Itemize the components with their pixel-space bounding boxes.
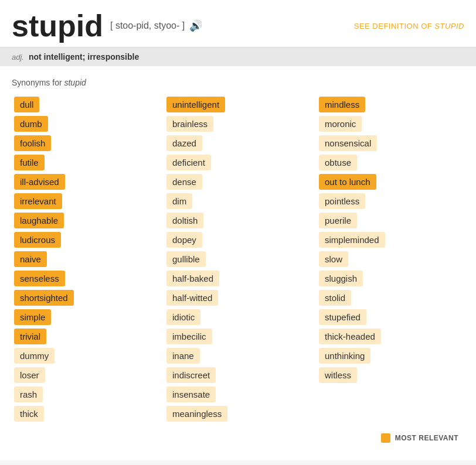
synonym-tag[interactable]: half-baked <box>166 271 219 286</box>
synonym-tag[interactable]: thick <box>14 406 44 422</box>
synonym-tag[interactable]: indiscreet <box>166 367 216 383</box>
synonym-tag[interactable]: nonsensical <box>319 135 377 151</box>
synonym-tag[interactable]: ill-advised <box>14 174 65 190</box>
synonym-tag[interactable]: rash <box>14 387 43 402</box>
synonym-tag[interactable]: stolid <box>319 290 351 306</box>
synonym-tag[interactable]: insensate <box>166 387 216 402</box>
synonym-tag[interactable]: naive <box>14 251 47 267</box>
synonym-tag[interactable]: dense <box>166 174 202 190</box>
synonym-tag[interactable]: ludicrous <box>14 232 61 248</box>
synonyms-grid: dulldumbfoolishfutileill-advisedirreleva… <box>12 97 464 422</box>
synonym-tag[interactable]: moronic <box>319 116 362 132</box>
synonym-tag[interactable]: futile <box>14 155 45 170</box>
synonym-tag[interactable]: brainless <box>166 116 213 132</box>
synonym-tag[interactable]: gullible <box>166 251 206 267</box>
synonyms-word: stupid <box>64 78 86 87</box>
pos-bar: adj. not intelligent; irresponsible <box>0 47 476 66</box>
synonym-tag[interactable]: irrelevant <box>14 193 62 209</box>
synonym-tag[interactable]: witless <box>319 367 357 383</box>
synonym-tag[interactable]: half-witted <box>166 290 218 306</box>
synonym-tag[interactable]: simple <box>14 309 51 325</box>
synonym-tag[interactable]: deficient <box>166 155 211 170</box>
synonym-tag[interactable]: thick-headed <box>319 329 381 344</box>
synonym-tag[interactable]: puerile <box>319 213 357 228</box>
synonym-tag[interactable]: idiotic <box>166 309 200 325</box>
synonym-tag[interactable]: sluggish <box>319 271 363 286</box>
synonym-tag[interactable]: dumb <box>14 116 48 132</box>
synonym-tag[interactable]: dazed <box>166 135 202 151</box>
synonym-tag[interactable]: loser <box>14 367 45 383</box>
pronunciation-area: [ stoo-pid, styoo- ] 🔊 <box>110 19 202 32</box>
legend-label: MOST RELEVANT <box>395 434 458 442</box>
synonym-tag[interactable]: dummy <box>14 348 55 364</box>
synonym-tag[interactable]: meaningless <box>166 406 227 422</box>
part-of-speech: adj. <box>12 53 24 61</box>
page-header: stupid [ stoo-pid, styoo- ] 🔊 SEE DEFINI… <box>0 0 476 47</box>
synonym-tag[interactable]: mindless <box>319 97 365 112</box>
synonym-tag[interactable]: shortsighted <box>14 290 74 306</box>
pronunciation-text: [ stoo-pid, styoo- ] <box>110 20 185 31</box>
see-definition-word: stupid <box>434 22 464 30</box>
synonym-tag[interactable]: doltish <box>166 213 203 228</box>
synonym-tag[interactable]: dull <box>14 97 39 112</box>
see-definition-label: SEE DEFINITION OF <box>354 22 432 30</box>
synonym-tag[interactable]: inane <box>166 348 200 364</box>
synonym-tag[interactable]: slow <box>319 251 348 267</box>
main-word: stupid <box>12 11 103 41</box>
synonym-tag[interactable]: unintelligent <box>166 97 225 112</box>
synonym-tag[interactable]: stupefied <box>319 309 366 325</box>
synonym-col-0: dulldumbfoolishfutileill-advisedirreleva… <box>12 97 164 422</box>
synonym-tag[interactable]: unthinking <box>319 348 370 364</box>
synonym-col-2: mindlessmoronicnonsensicalobtuseout to l… <box>317 97 469 383</box>
main-content: Synonyms for stupid dulldumbfoolishfutil… <box>0 66 476 460</box>
synonym-tag[interactable]: dopey <box>166 232 202 248</box>
synonym-tag[interactable]: obtuse <box>319 155 357 170</box>
synonym-tag[interactable]: imbecilic <box>166 329 212 344</box>
legend-color-box <box>381 433 390 443</box>
synonym-col-1: unintelligentbrainlessdazeddeficientdens… <box>164 97 317 422</box>
synonym-tag[interactable]: laughable <box>14 213 64 228</box>
synonym-tag[interactable]: dim <box>166 193 192 209</box>
synonyms-label: Synonyms for stupid <box>12 78 464 87</box>
synonym-tag[interactable]: pointless <box>319 193 365 209</box>
synonym-tag[interactable]: foolish <box>14 135 51 151</box>
synonym-tag[interactable]: out to lunch <box>319 174 376 190</box>
pos-definition: not intelligent; irresponsible <box>29 52 139 61</box>
synonym-tag[interactable]: simpleminded <box>319 232 385 248</box>
see-definition-link[interactable]: SEE DEFINITION OF stupid <box>354 22 464 30</box>
synonym-tag[interactable]: senseless <box>14 271 65 286</box>
legend: MOST RELEVANT <box>12 433 464 443</box>
sound-icon[interactable]: 🔊 <box>189 19 202 32</box>
title-area: stupid [ stoo-pid, styoo- ] 🔊 <box>12 11 202 41</box>
synonym-tag[interactable]: trivial <box>14 329 46 344</box>
